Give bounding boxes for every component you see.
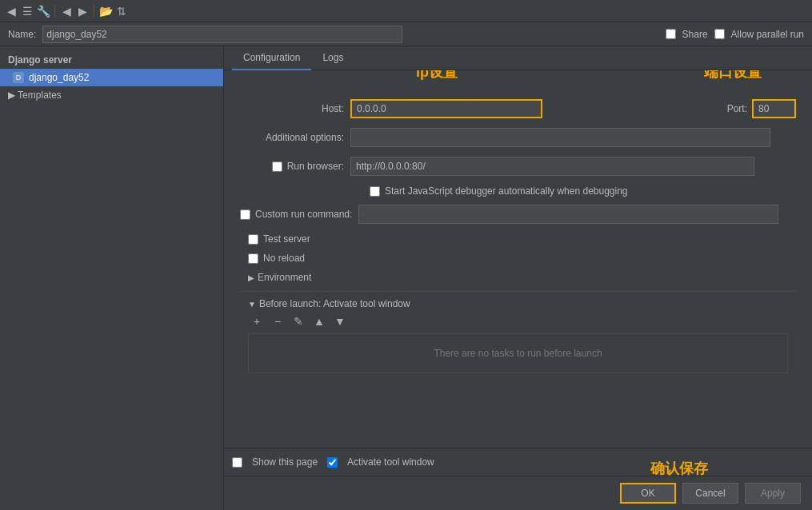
name-row: Name: Share Allow parallel run (0, 22, 812, 46)
environment-row[interactable]: ▶ Environment (240, 272, 796, 283)
toolbar-prev-icon[interactable]: ◀ (60, 5, 73, 18)
launch-edit-button[interactable]: ✎ (290, 314, 307, 329)
run-browser-row: Run browser: (240, 157, 796, 176)
toolbar-list-icon[interactable]: ☰ (21, 5, 34, 18)
tabs: Configuration Logs (224, 46, 812, 70)
footer: 确认保存 OK Cancel Apply (224, 476, 812, 510)
sidebar-item-django[interactable]: D django_day52 (0, 69, 223, 86)
sidebar: Django server D django_day52 ▶ Templates (0, 46, 224, 510)
toolbar-back-icon[interactable]: ◀ (5, 5, 18, 18)
toolbar-next-icon[interactable]: ▶ (76, 5, 89, 18)
activate-tool-label: Activate tool window (347, 456, 434, 468)
custom-run-row: Custom run command: (240, 205, 796, 224)
host-label: Host: (240, 103, 344, 114)
port-input[interactable] (752, 99, 796, 118)
no-reload-checkbox[interactable] (248, 253, 258, 264)
launch-empty-text: There are no tasks to run before launch (434, 348, 602, 359)
annotation-port: 端口设置 (704, 70, 762, 82)
main: Django server D django_day52 ▶ Templates… (0, 46, 812, 510)
name-input[interactable] (42, 26, 402, 43)
env-arrow-icon: ▶ (248, 273, 254, 282)
before-launch-arrow-icon: ▼ (248, 300, 256, 309)
form-area: ip设置 端口设置 Host: Port: Additional options… (224, 70, 812, 448)
parallel-label: Allow parallel run (731, 29, 804, 40)
show-page-checkbox[interactable] (232, 457, 242, 468)
test-server-row: Test server (240, 233, 796, 245)
share-area: Share Allow parallel run (666, 29, 804, 40)
js-debugger-checkbox[interactable] (370, 186, 380, 197)
host-row: Host: Port: (240, 99, 796, 118)
port-label: Port: (715, 103, 747, 114)
custom-run-label: Custom run command: (255, 209, 352, 220)
run-browser-label: Run browser: (287, 161, 344, 172)
tab-logs[interactable]: Logs (311, 46, 354, 70)
host-input[interactable] (350, 99, 542, 118)
sidebar-templates[interactable]: ▶ Templates (0, 86, 223, 104)
share-checkbox[interactable] (666, 29, 676, 39)
show-page-label: Show this page (252, 456, 318, 468)
before-launch-header[interactable]: ▼ Before launch: Activate tool window (240, 298, 796, 309)
django-icon: D (13, 72, 24, 83)
toolbar-sort-icon[interactable]: ⇅ (115, 5, 128, 18)
toolbar-separator-1 (54, 5, 55, 18)
launch-add-button[interactable]: + (248, 314, 266, 329)
name-label: Name: (8, 29, 36, 40)
toolbar-separator-2 (94, 5, 94, 18)
annotation-ip: ip设置 (416, 70, 458, 82)
launch-empty-area: There are no tasks to run before launch (248, 333, 788, 373)
browser-url-input[interactable] (350, 157, 754, 176)
sidebar-section-title: Django server (0, 51, 223, 69)
templates-label: ▶ Templates (8, 90, 62, 101)
js-debugger-label: Start JavaScript debugger automatically … (385, 185, 628, 197)
toolbar-folder-icon[interactable]: 📂 (99, 5, 112, 18)
bottom-options: Show this page Activate tool window (224, 448, 812, 476)
apply-button[interactable]: Apply (745, 483, 801, 504)
additional-input[interactable] (350, 128, 770, 147)
environment-label: Environment (258, 272, 311, 283)
custom-run-checkbox[interactable] (240, 209, 250, 220)
additional-label: Additional options: (240, 132, 344, 143)
run-browser-checkbox[interactable] (272, 161, 282, 172)
test-server-checkbox[interactable] (248, 234, 258, 245)
no-reload-label: No reload (263, 253, 305, 264)
cancel-button[interactable]: Cancel (682, 483, 738, 504)
share-label: Share (682, 29, 708, 40)
toolbar: ◀ ☰ 🔧 ◀ ▶ 📂 ⇅ (0, 0, 812, 22)
launch-down-button[interactable]: ▼ (331, 314, 349, 329)
ok-button[interactable]: OK (620, 483, 676, 504)
no-reload-row: No reload (240, 253, 796, 264)
run-command-input[interactable] (358, 205, 778, 224)
launch-up-button[interactable]: ▲ (310, 314, 328, 329)
launch-remove-button[interactable]: − (269, 314, 286, 329)
additional-row: Additional options: (240, 128, 796, 147)
activate-tool-checkbox[interactable] (327, 457, 338, 468)
toolbar-settings-icon[interactable]: 🔧 (37, 5, 50, 18)
tab-configuration[interactable]: Configuration (232, 46, 311, 70)
before-launch-section: ▼ Before launch: Activate tool window + … (240, 291, 796, 373)
config-panel: Configuration Logs ip设置 端口设置 Host: Port: (224, 46, 812, 510)
parallel-checkbox[interactable] (714, 29, 725, 39)
test-server-label: Test server (263, 233, 310, 245)
sidebar-item-label: django_day52 (29, 72, 89, 83)
launch-toolbar: + − ✎ ▲ ▼ (240, 314, 796, 329)
before-launch-title: Before launch: Activate tool window (259, 298, 410, 309)
js-debugger-row: Start JavaScript debugger automatically … (240, 185, 796, 197)
